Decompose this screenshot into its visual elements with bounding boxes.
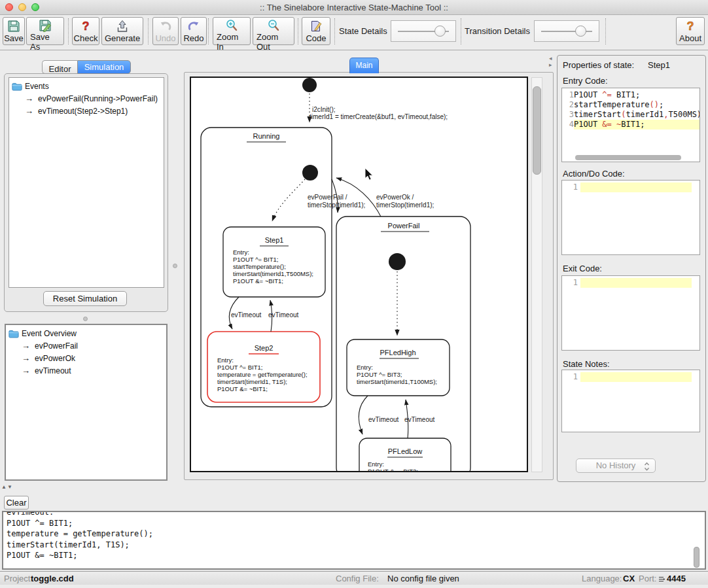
code-line: 3 timerStart(timerId1,T500MS); bbox=[562, 110, 699, 120]
code-line-highlighted: 1 bbox=[562, 182, 699, 192]
event-overview-tree[interactable]: Event Overview → evPowerFail → evPowerOk… bbox=[5, 324, 168, 481]
evtimeout-label: evTimeout bbox=[268, 311, 299, 319]
project-label: Project: bbox=[4, 574, 33, 583]
initial-state[interactable] bbox=[302, 78, 317, 92]
reset-simulation-button[interactable]: Reset Simulation bbox=[43, 291, 127, 306]
config-file-label: Config File: bbox=[336, 574, 379, 583]
tree-item-evpowerfail-transition[interactable]: → evPowerFail(Running->PowerFail) bbox=[9, 93, 164, 105]
code-line: 2 startTemperature(); bbox=[562, 100, 699, 110]
line-number: 3 bbox=[562, 110, 574, 120]
code-button[interactable]: Code bbox=[302, 17, 330, 45]
transition-arrow-icon: → bbox=[25, 94, 33, 103]
entry-code-hscrollbar[interactable] bbox=[575, 155, 681, 160]
entry-code-editor[interactable]: 1 P1OUT ^= BIT1; 2 startTemperature(); 3… bbox=[561, 88, 700, 162]
tab-main-diagram[interactable]: Main bbox=[349, 58, 379, 73]
console-scrollbar-thumb[interactable] bbox=[694, 547, 699, 568]
evtimeout-label: evTimeout bbox=[404, 416, 435, 423]
state-details-slider[interactable] bbox=[391, 20, 456, 42]
toolbar-separator bbox=[461, 18, 461, 44]
exit-code-editor[interactable]: 1 bbox=[561, 275, 700, 351]
transition-details-slider[interactable] bbox=[534, 20, 599, 42]
tree-label: evPowerFail(Running->PowerFail) bbox=[38, 94, 158, 103]
step2-code-line: Entry: bbox=[217, 356, 234, 364]
entry-code-label: Entry Code: bbox=[563, 76, 608, 86]
undo-icon bbox=[159, 19, 172, 33]
line-number: 4 bbox=[562, 120, 574, 130]
port-value: 4445 bbox=[667, 574, 686, 583]
line-number: 1 bbox=[562, 372, 580, 382]
splitter-collapse-icons[interactable]: ◂▸ bbox=[549, 55, 552, 68]
tree-node-event-overview[interactable]: Event Overview bbox=[6, 328, 166, 340]
console-line: timerStart(timerId1, T1S); bbox=[7, 540, 705, 551]
properties-title: Properties of state: bbox=[563, 60, 634, 70]
svg-text:?: ? bbox=[687, 20, 694, 33]
tab-editor[interactable]: Editor bbox=[42, 60, 77, 74]
about-button[interactable]: ? About bbox=[676, 17, 705, 45]
history-select[interactable]: No History bbox=[576, 458, 656, 473]
evpowerok-label: evPowerOk / bbox=[376, 194, 414, 201]
console-splitter-controls[interactable]: ▲▼ bbox=[1, 484, 13, 490]
step1-code-line: timerStart(timerId1,T500MS); bbox=[233, 270, 313, 277]
evpowerfail-action: timerStop(timerId1); bbox=[308, 201, 365, 209]
events-tree[interactable]: Events → evPowerFail(Running->PowerFail)… bbox=[9, 77, 164, 288]
vertical-splitter-grip[interactable] bbox=[173, 264, 177, 268]
tree-label: evTimeout bbox=[35, 366, 71, 375]
check-label: Check bbox=[74, 33, 98, 43]
empty-highlighted-line bbox=[580, 278, 692, 288]
generate-button[interactable]: Generate bbox=[101, 17, 143, 45]
step1-code-line: P1OUT &= ~BIT1; bbox=[233, 277, 283, 285]
tree-item-evtimeout[interactable]: → evTimeout bbox=[6, 365, 166, 377]
zoom-out-icon bbox=[267, 19, 280, 32]
state-pfledhigh-title: PFLedHigh bbox=[380, 349, 416, 356]
console-line: evTimeout: bbox=[7, 511, 705, 518]
about-icon: ? bbox=[684, 19, 697, 33]
tree-item-evpowerok[interactable]: → evPowerOk bbox=[6, 353, 166, 365]
save-button[interactable]: Save bbox=[3, 17, 25, 45]
redo-button[interactable]: Redo bbox=[181, 17, 207, 45]
step2-code-line: timerStart(timerId1, T1S); bbox=[217, 378, 287, 385]
state-details-slider-knob[interactable] bbox=[434, 26, 446, 37]
pfledhigh-code-line: P1OUT ^= BIT3; bbox=[357, 371, 402, 378]
state-notes-editor[interactable]: 1 bbox=[561, 370, 700, 432]
pfledhigh-code-line: timerStart(timerId1,T100MS); bbox=[357, 378, 437, 385]
tree-item-evpowerfail[interactable]: → evPowerFail bbox=[6, 340, 166, 353]
tree-item-evtimeout-transition[interactable]: → evTimeout(Step2->Step1) bbox=[9, 105, 164, 118]
zoom-in-button[interactable]: Zoom In bbox=[213, 17, 251, 45]
horizontal-splitter-grip[interactable] bbox=[83, 317, 88, 321]
tree-label: evPowerFail bbox=[35, 341, 78, 351]
tab-simulation[interactable]: Simulation bbox=[77, 60, 131, 74]
save-as-icon bbox=[39, 19, 52, 32]
code-line-highlighted: 4 P1OUT &= ~BIT1; bbox=[562, 120, 699, 130]
evpowerok-action: timerStop(timerId1); bbox=[376, 201, 434, 209]
powerfail-initial-state[interactable] bbox=[389, 253, 406, 270]
console-line: temperature = getTemperature(); bbox=[7, 528, 705, 540]
line-number: 1 bbox=[562, 182, 580, 192]
tree-node-events[interactable]: Events bbox=[9, 80, 164, 93]
code-line-highlighted: 1 bbox=[562, 372, 699, 382]
running-initial-state[interactable] bbox=[302, 165, 318, 181]
language-label: Language: bbox=[582, 574, 622, 583]
folder-icon bbox=[9, 330, 19, 340]
transition-details-slider-knob[interactable] bbox=[575, 26, 586, 37]
diagram-vertical-scrollbar[interactable] bbox=[531, 77, 542, 472]
step2-code-line: temperature = getTemperature(); bbox=[217, 371, 308, 378]
statechart-canvas[interactable]: i2cInit(); timerId1 = timerCreate(&buf1,… bbox=[190, 77, 528, 472]
select-chevrons-icon bbox=[644, 462, 650, 472]
save-as-label: Save As bbox=[30, 32, 60, 52]
init-action-line2: timerId1 = timerCreate(&buf1, evTimeout,… bbox=[310, 113, 448, 120]
generate-label: Generate bbox=[105, 33, 140, 43]
scrollbar-thumb[interactable] bbox=[533, 86, 541, 175]
check-button[interactable]: ? Check bbox=[72, 17, 99, 45]
empty-highlighted-line bbox=[580, 182, 692, 192]
step2-code-line: P1OUT ^= BIT1; bbox=[217, 364, 263, 371]
code-label: Code bbox=[306, 33, 326, 43]
action-code-editor[interactable]: 1 bbox=[561, 180, 700, 255]
zoom-out-button[interactable]: Zoom Out bbox=[253, 17, 294, 45]
console-line: P1OUT &= ~BIT1; bbox=[7, 550, 705, 561]
window-title: :: The Sinelabore Interactive State-Mach… bbox=[0, 3, 708, 12]
action-code-label: Action/Do Code: bbox=[563, 169, 625, 179]
clear-console-button[interactable]: Clear bbox=[4, 496, 29, 510]
console-output[interactable]: evTimeout: P1OUT ^= BIT1; temperature = … bbox=[2, 511, 706, 570]
save-as-button[interactable]: Save As bbox=[26, 17, 64, 45]
init-action-line1: i2cInit(); bbox=[312, 106, 336, 113]
